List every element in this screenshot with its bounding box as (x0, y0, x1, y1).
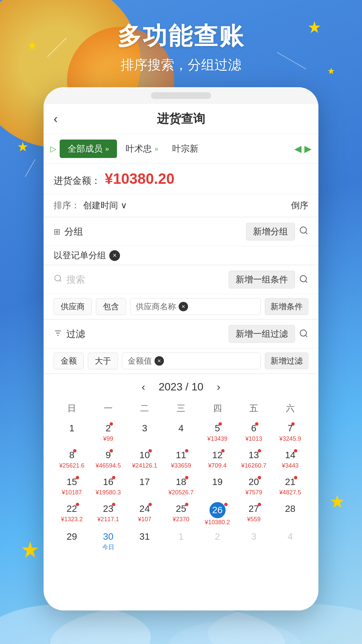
cal-cell-0-1[interactable]: 2¥99 (90, 420, 127, 446)
add-filter-button[interactable]: 新增过滤 (265, 353, 308, 369)
condition-value-close[interactable]: × (179, 302, 188, 311)
red-dot (76, 503, 79, 506)
cal-cell-2-3[interactable]: 18¥20526.7 (163, 473, 199, 500)
sort-label: 排序： (54, 200, 80, 211)
group-search-icon[interactable] (299, 226, 308, 237)
red-dot (73, 449, 76, 452)
add-condition-button[interactable]: 新增条件 (265, 298, 308, 315)
cal-amount-3-2: ¥107 (138, 516, 151, 523)
cal-cell-4-4[interactable]: 2 (199, 528, 236, 555)
condition-field-btn[interactable]: 供应商 (54, 298, 92, 315)
member-next-arrow[interactable]: ▶ (304, 143, 312, 154)
filter-value-field[interactable]: 金额值 × (122, 353, 261, 369)
svg-marker-5 (22, 541, 39, 558)
cal-cell-1-0[interactable]: 8¥25621.6 (54, 446, 90, 473)
cal-cell-0-2[interactable]: 3 (126, 420, 163, 446)
cal-day-2-4: 19 (212, 475, 223, 488)
cal-cell-1-2[interactable]: 10¥24126.1 (126, 446, 163, 473)
cal-amount-1-3: ¥33659 (171, 462, 191, 469)
cal-day-4-6: 4 (288, 530, 293, 543)
cal-cell-2-6[interactable]: 21¥4827.5 (272, 473, 308, 500)
cal-cell-2-2[interactable]: 17 (126, 473, 163, 500)
cal-cell-1-5[interactable]: 13¥16260.7 (236, 446, 272, 473)
cal-cell-3-2[interactable]: 24¥107 (126, 500, 163, 528)
cal-cell-4-5[interactable]: 3 (236, 528, 272, 555)
search-placeholder[interactable]: 搜索 (66, 273, 229, 286)
cal-day-4-3: 1 (178, 530, 184, 543)
red-dot (258, 449, 261, 452)
cal-amount-1-0: ¥25621.6 (59, 462, 84, 469)
svg-marker-3 (18, 142, 27, 151)
star-decoration-5 (329, 494, 345, 510)
filter-operator-btn[interactable]: 大于 (88, 353, 118, 369)
cal-cell-4-2[interactable]: 31 (126, 528, 163, 555)
cal-cell-2-4[interactable]: 19 (199, 473, 236, 500)
group-label: 分组 (64, 225, 246, 238)
svg-point-10 (300, 275, 307, 282)
cal-amount-2-6: ¥4827.5 (279, 489, 301, 496)
cal-day-2-5: 20 (249, 475, 259, 488)
condition-operator-btn[interactable]: 包含 (96, 298, 126, 315)
cal-cell-0-3[interactable]: 4 (163, 420, 199, 446)
cal-cell-0-5[interactable]: 6¥1013 (236, 420, 272, 446)
cal-weekdays: 日 一 二 三 四 五 六 (54, 400, 308, 417)
cal-amount-2-1: ¥19580.3 (96, 489, 121, 496)
sort-select[interactable]: 创建时间 ∨ (83, 200, 291, 211)
group-tag-close[interactable]: × (109, 250, 120, 261)
cal-cell-4-0[interactable]: 29 (54, 528, 90, 555)
member1-tab[interactable]: 叶术忠 » (120, 140, 164, 158)
cal-cell-4-6[interactable]: 4 (272, 528, 308, 555)
cal-next-btn[interactable]: › (217, 381, 221, 393)
add-group-button[interactable]: 新增分组 (246, 223, 295, 240)
cal-cell-3-0[interactable]: 22¥1323.2 (54, 500, 90, 528)
cal-cell-1-4[interactable]: 12¥709.4 (199, 446, 236, 473)
cal-cell-2-5[interactable]: 20¥7579 (236, 473, 272, 500)
cal-cell-0-4[interactable]: 5¥13439 (199, 420, 236, 446)
sort-order[interactable]: 倒序 (291, 200, 308, 211)
back-button[interactable]: ‹ (54, 112, 58, 126)
cal-amount-3-3: ¥2370 (173, 516, 189, 523)
cal-day-1-3: 11 (176, 448, 186, 462)
cal-month: 2023 / 10 (159, 381, 203, 393)
red-dot (221, 449, 225, 452)
cal-cell-3-5[interactable]: 27¥559 (236, 500, 272, 528)
cal-cell-3-6[interactable]: 28 (272, 500, 308, 528)
weekday-2: 二 (126, 400, 163, 417)
weekday-1: 一 (90, 400, 127, 417)
cal-cell-0-6[interactable]: 7¥3245.9 (272, 420, 308, 446)
add-filter-group-button[interactable]: 新增一组过滤 (229, 325, 295, 343)
red-dot (185, 476, 188, 479)
cal-cell-1-3[interactable]: 11¥33659 (163, 446, 199, 473)
all-members-tab[interactable]: 全部成员 » (60, 140, 117, 158)
cal-cell-1-1[interactable]: 9¥46594.5 (90, 446, 127, 473)
cal-cell-4-3[interactable]: 1 (163, 528, 199, 555)
filter-field-btn[interactable]: 金额 (54, 353, 84, 369)
cal-day-4-5: 3 (251, 530, 256, 543)
group-tag-row: 以登记单分组 × (44, 246, 318, 265)
cal-cell-2-1[interactable]: 16¥19580.3 (90, 473, 127, 500)
cal-cell-2-0[interactable]: 15¥10187 (54, 473, 90, 500)
cal-day-0-5: 6 (251, 422, 256, 435)
filter-label: 过滤 (66, 328, 229, 340)
cal-cell-1-6[interactable]: 14¥3443 (272, 446, 308, 473)
member2-tab[interactable]: 叶宗新 (167, 140, 204, 158)
filter-value-close[interactable]: × (155, 356, 164, 366)
cal-day-4-4: 2 (215, 530, 220, 543)
notch-bar (151, 92, 211, 99)
cal-day-2-2: 17 (139, 475, 150, 488)
star-decoration-6 (20, 540, 40, 560)
cal-cell-0-0[interactable]: 1 (54, 420, 90, 446)
cal-cell-4-1[interactable]: 30今日 (90, 528, 127, 555)
add-search-group-button[interactable]: 新增一组条件 (229, 271, 295, 288)
cal-amount-3-5: ¥559 (247, 516, 260, 523)
condition-value-field[interactable]: 供应商名称 × (130, 298, 261, 315)
cal-prev-btn[interactable]: ‹ (142, 381, 145, 393)
svg-line-9 (60, 280, 61, 282)
hero-section: 多功能查账 排序搜索，分组过滤 (0, 20, 362, 74)
cal-day-4-2: 31 (139, 530, 150, 543)
cal-cell-3-4[interactable]: 26¥10380.2 (199, 500, 236, 528)
phone-frame: ‹ 进货查询 ▷ 全部成员 » 叶术忠 » 叶宗新 ◀ ▶ 进货金额： (44, 87, 318, 610)
cal-cell-3-3[interactable]: 25¥2370 (163, 500, 199, 528)
member-prev-arrow[interactable]: ◀ (294, 143, 302, 154)
cal-cell-3-1[interactable]: 23¥2117.1 (90, 500, 127, 528)
